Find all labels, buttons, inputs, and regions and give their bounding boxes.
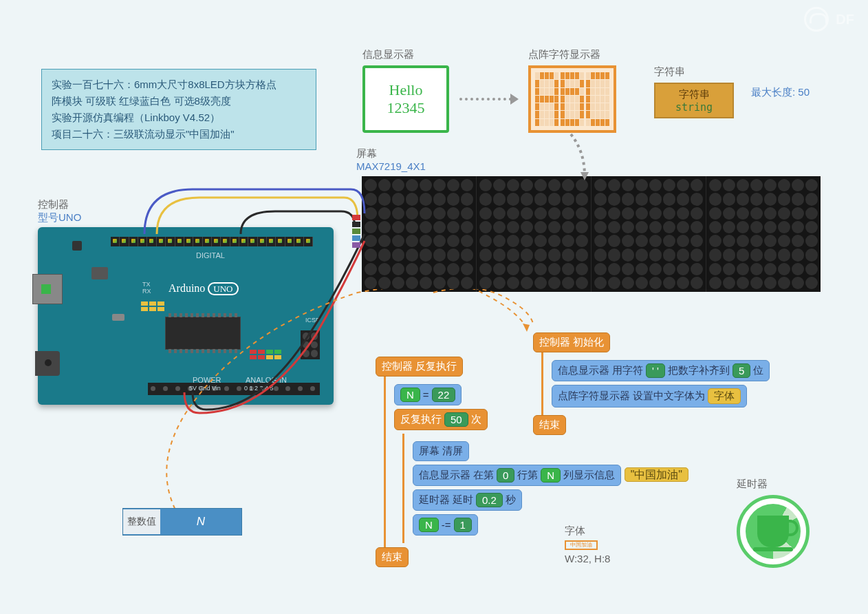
power-jack-icon: [35, 351, 60, 376]
integer-variable-block[interactable]: 整数值 N: [122, 508, 242, 536]
controller-label: 控制器 型号UNO: [38, 198, 81, 224]
font-component[interactable]: 字体 中国加油 W:32, H:8: [565, 525, 610, 564]
svg-marker-1: [523, 324, 530, 332]
delay-block[interactable]: 延时器 延时0.2秒: [413, 489, 522, 511]
df-logo-icon: [804, 7, 829, 32]
matrix-connector-pins: [352, 215, 360, 248]
screen-label: 屏幕 MAX7219_4X1: [356, 147, 426, 172]
timer-icon: [737, 495, 810, 568]
display-message-block[interactable]: 信息显示器 在第0行第N列显示信息: [413, 465, 621, 486]
info-display-icon: Hello 12345: [362, 65, 449, 133]
set-font-block[interactable]: 点阵字符显示器 设置中文字体为字体: [552, 385, 747, 407]
init-code[interactable]: 控制器 初始化 信息显示器 用字符' '把数字补齐到5位 点阵字符显示器 设置中…: [533, 332, 770, 435]
string-component[interactable]: 字符串 字符串 string: [654, 65, 734, 118]
end-block[interactable]: 结束: [376, 547, 409, 567]
led-matrix-display[interactable]: [362, 176, 821, 292]
watermark-text: DF: [836, 12, 854, 28]
clear-screen-block[interactable]: 屏幕 清屏: [413, 441, 469, 461]
dot-matrix-component[interactable]: 点阵字符显示器: [528, 48, 616, 133]
info-display-label: 信息显示器: [362, 48, 449, 61]
font-preview-icon: 中国加油: [565, 540, 598, 550]
max-length-label: 最大长度: 50: [751, 86, 810, 99]
microchip-icon: [165, 317, 241, 350]
arduino-board[interactable]: ICSP Arduino UNO DIGITAL POWER ANALOG IN…: [38, 227, 334, 405]
rgb-leds: [250, 350, 281, 359]
loop-header-block[interactable]: 控制器 反复执行: [376, 357, 463, 377]
dot-matrix-label: 点阵字符显示器: [528, 48, 616, 61]
icsp-header: [301, 330, 320, 359]
string-icon: 字符串 string: [654, 83, 734, 118]
decrement-block[interactable]: N-=1: [413, 514, 478, 536]
string-label: 字符串: [654, 65, 734, 78]
dot-matrix-icon: [528, 65, 616, 133]
repeat-block[interactable]: 反复执行50次: [394, 409, 488, 430]
arrow-icon: [459, 98, 517, 100]
timer-component[interactable]: 延时器: [737, 478, 810, 568]
info-display-component[interactable]: 信息显示器 Hello 12345: [362, 48, 449, 133]
arduino-logo: Arduino UNO: [169, 282, 239, 295]
assign-block[interactable]: N=22: [394, 384, 462, 405]
init-header-block[interactable]: 控制器 初始化: [533, 332, 610, 352]
experiment-description: 实验一百七十六：6mm大尺寸8x8LED方块方格点 阵模块 可级联 红绿蓝白色 …: [41, 69, 316, 150]
status-leds: [141, 301, 164, 311]
digital-pins: [111, 237, 313, 246]
init-end-block[interactable]: 结束: [533, 415, 566, 435]
pad-number-block[interactable]: 信息显示器 用字符' '把数字补齐到5位: [552, 360, 770, 381]
analog-power-pins: [148, 383, 320, 395]
usb-port-icon: [32, 274, 63, 304]
watermark: DF: [804, 7, 854, 32]
